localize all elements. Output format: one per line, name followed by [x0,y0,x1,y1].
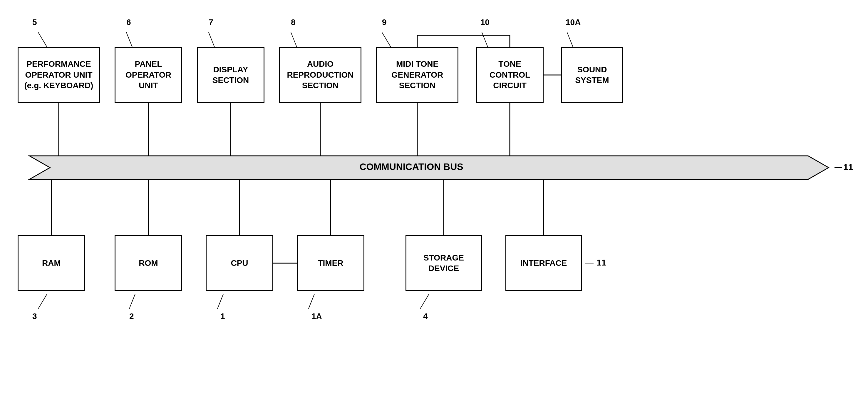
svg-marker-0 [29,156,829,179]
diagram: COMMUNICATION BUS 11 [0,0,868,414]
svg-line-30 [217,294,223,309]
rom-block: ROM [115,235,182,291]
svg-line-26 [482,32,488,47]
midi-block: MIDI TONEGENERATORSECTION [376,47,458,103]
svg-line-29 [129,294,135,309]
svg-line-22 [126,32,132,47]
svg-line-21 [38,32,47,47]
tone-block: TONECONTROLCIRCUIT [476,47,544,103]
timer-block: TIMER [297,235,364,291]
display-label: DISPLAYSECTION [212,64,249,86]
svg-text:11: 11 [843,162,853,172]
svg-line-32 [420,294,429,309]
audio-block: AUDIOREPRODUCTIONSECTION [279,47,362,103]
svg-line-25 [382,32,391,47]
panel-block: PANELOPERATORUNIT [115,47,182,103]
interface-label: INTERFACE [520,258,567,268]
performance-label: PERFORMANCEOPERATOR UNIT(e.g. KEYBOARD) [24,59,93,91]
ram-label: RAM [42,258,61,268]
svg-line-27 [567,32,573,47]
panel-label: PANELOPERATORUNIT [125,59,171,91]
sound-block: SOUNDSYSTEM [561,47,623,103]
svg-text:COMMUNICATION BUS: COMMUNICATION BUS [360,161,463,172]
ref-3: 3 [32,312,37,321]
svg-line-28 [38,294,47,309]
ref-6: 6 [126,18,131,27]
ref-1a: 1A [311,312,322,321]
svg-text:11: 11 [596,258,606,267]
rom-label: ROM [139,258,158,268]
ref-9: 9 [382,18,387,27]
interface-block: INTERFACE [505,235,582,291]
display-block: DISPLAYSECTION [197,47,265,103]
performance-block: PERFORMANCEOPERATOR UNIT(e.g. KEYBOARD) [18,47,100,103]
ram-block: RAM [18,235,85,291]
audio-label: AUDIOREPRODUCTIONSECTION [287,59,353,91]
ref-5: 5 [32,18,37,27]
svg-line-24 [291,32,297,47]
ref-7: 7 [209,18,213,27]
tone-label: TONECONTROLCIRCUIT [490,59,530,91]
svg-line-23 [209,32,215,47]
sound-label: SOUNDSYSTEM [575,64,609,86]
midi-label: MIDI TONEGENERATORSECTION [392,59,443,91]
ref-1: 1 [220,312,225,321]
ref-4: 4 [423,312,428,321]
cpu-block: CPU [206,235,273,291]
svg-line-31 [309,294,314,309]
ref-10a: 10A [566,18,581,27]
timer-label: TIMER [318,258,343,268]
storage-label: STORAGEDEVICE [424,253,464,274]
storage-block: STORAGEDEVICE [405,235,482,291]
ref-10: 10 [480,18,490,27]
ref-2: 2 [129,312,134,321]
cpu-label: CPU [231,258,248,268]
ref-8: 8 [291,18,296,27]
